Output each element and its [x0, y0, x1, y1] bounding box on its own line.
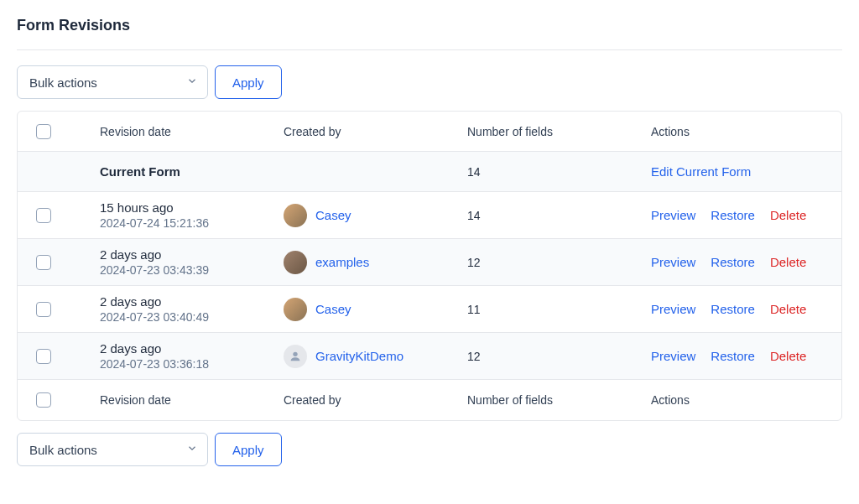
col-actions: Actions	[651, 125, 835, 138]
select-all-checkbox-top[interactable]	[36, 124, 51, 139]
preview-link[interactable]: Preview	[651, 208, 695, 222]
svg-point-0	[293, 351, 297, 356]
apply-button-bottom[interactable]: Apply	[215, 433, 282, 466]
restore-link[interactable]: Restore	[711, 302, 755, 316]
table-row: 2 days ago 2024-07-23 03:40:49 Casey 11 …	[18, 286, 841, 333]
revision-relative-time: 15 hours ago	[100, 200, 275, 215]
row-checkbox[interactable]	[36, 255, 51, 270]
table-row: 2 days ago 2024-07-23 03:36:18 GravityKi…	[18, 333, 841, 380]
fields-count: 12	[467, 350, 651, 363]
fields-count: 14	[467, 209, 651, 222]
col-actions-foot: Actions	[651, 393, 835, 407]
row-checkbox[interactable]	[36, 302, 51, 317]
bulk-actions-top: Bulk actions Apply	[17, 65, 842, 99]
avatar	[284, 251, 307, 274]
delete-link[interactable]: Delete	[770, 255, 806, 269]
edit-current-form-link[interactable]: Edit Current Form	[651, 164, 751, 179]
table-row: 2 days ago 2024-07-23 03:43:39 examples …	[18, 239, 841, 286]
bulk-actions-bottom: Bulk actions Apply	[17, 433, 842, 466]
avatar	[284, 204, 307, 227]
row-checkbox[interactable]	[36, 208, 51, 223]
creator-link[interactable]: GravityKitDemo	[315, 349, 403, 363]
creator-link[interactable]: Casey	[315, 208, 351, 222]
revisions-table: Revision date Created by Number of field…	[17, 111, 842, 421]
restore-link[interactable]: Restore	[711, 349, 755, 363]
revision-timestamp: 2024-07-24 15:21:36	[100, 216, 275, 230]
bulk-actions-select-bottom[interactable]: Bulk actions	[17, 433, 208, 466]
table-footer-row: Revision date Created by Number of field…	[18, 380, 841, 420]
preview-link[interactable]: Preview	[651, 255, 695, 269]
delete-link[interactable]: Delete	[770, 349, 806, 363]
preview-link[interactable]: Preview	[651, 349, 695, 363]
current-form-label: Current Form	[100, 164, 180, 179]
restore-link[interactable]: Restore	[711, 208, 755, 222]
avatar	[284, 298, 307, 321]
table-header-row: Revision date Created by Number of field…	[18, 112, 841, 152]
col-created-by-foot: Created by	[284, 393, 467, 407]
col-revision-date: Revision date	[100, 125, 284, 138]
revision-timestamp: 2024-07-23 03:43:39	[100, 263, 275, 277]
creator-link[interactable]: examples	[315, 255, 369, 269]
col-num-fields: Number of fields	[467, 125, 651, 138]
apply-button-top[interactable]: Apply	[215, 65, 282, 99]
creator-link[interactable]: Casey	[315, 302, 351, 316]
revision-relative-time: 2 days ago	[100, 294, 275, 309]
table-row-current: Current Form 14 Edit Current Form	[18, 152, 841, 192]
bulk-actions-select-top[interactable]: Bulk actions	[17, 65, 208, 99]
page-title: Form Revisions	[17, 17, 842, 50]
delete-link[interactable]: Delete	[770, 302, 806, 316]
fields-count: 11	[467, 303, 651, 316]
col-created-by: Created by	[284, 125, 467, 138]
revision-timestamp: 2024-07-23 03:40:49	[100, 310, 275, 324]
delete-link[interactable]: Delete	[770, 208, 806, 222]
select-all-checkbox-bottom[interactable]	[36, 392, 51, 408]
revision-timestamp: 2024-07-23 03:36:18	[100, 357, 275, 371]
avatar-placeholder-icon	[284, 345, 307, 368]
table-row: 15 hours ago 2024-07-24 15:21:36 Casey 1…	[18, 192, 841, 239]
row-checkbox[interactable]	[36, 349, 51, 364]
current-form-fields-count: 14	[467, 165, 651, 179]
fields-count: 12	[467, 256, 651, 269]
restore-link[interactable]: Restore	[711, 255, 755, 269]
revision-relative-time: 2 days ago	[100, 341, 275, 356]
col-revision-date-foot: Revision date	[100, 393, 284, 407]
col-num-fields-foot: Number of fields	[467, 393, 651, 407]
preview-link[interactable]: Preview	[651, 302, 695, 316]
revision-relative-time: 2 days ago	[100, 247, 275, 262]
